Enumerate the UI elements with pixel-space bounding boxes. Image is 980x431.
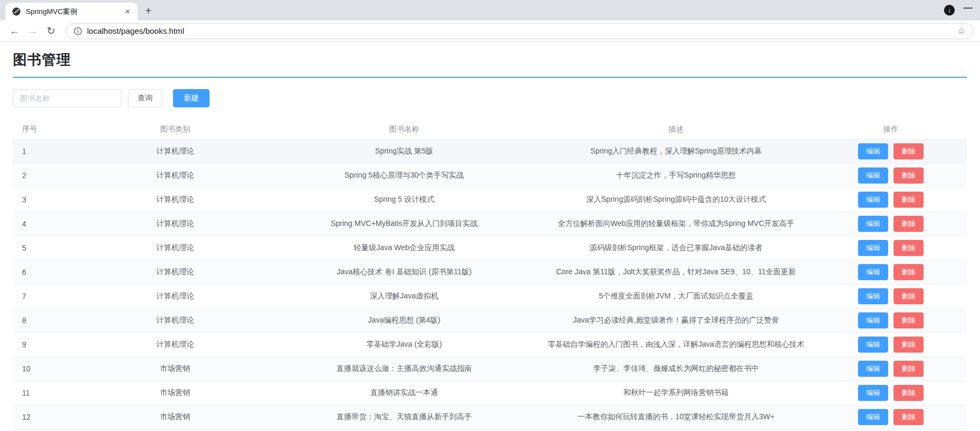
cell-name: 轻量级Java Web企业应用实战: [271, 243, 538, 253]
cell-category: 计算机理论: [80, 316, 270, 325]
cell-actions: 编辑 删除: [815, 409, 967, 425]
site-info-icon[interactable]: [74, 27, 82, 35]
tab-close-icon[interactable]: ×: [123, 6, 132, 17]
cell-actions: 编辑 删除: [815, 143, 967, 159]
table-row: 9 计算机理论 零基础学Java (全彩版) 零基础自学编程的入门图书，由浅入深…: [13, 333, 967, 357]
url-text: localhost/pages/books.html: [87, 26, 953, 35]
query-button[interactable]: 查询: [128, 89, 162, 107]
tab-title: SpringMVC案例: [26, 7, 118, 17]
search-input[interactable]: [13, 89, 121, 107]
cell-name: Spring实战 第5版: [271, 147, 538, 156]
cell-desc: 一本教你如何玩转直播的书，10堂课轻松实现带货月入3W+: [538, 412, 815, 422]
cell-desc: 深入Spring源码剖析Spring源码中蕴含的10大设计模式: [538, 195, 815, 204]
delete-button[interactable]: 删除: [893, 264, 924, 280]
search-controls: 查询 新建: [13, 89, 967, 107]
table-row: 1 计算机理论 Spring实战 第5版 Spring入门经典教程，深入理解Sp…: [13, 140, 967, 164]
title-divider: [13, 77, 967, 78]
header-category: 图书类别: [80, 125, 270, 134]
page-title: 图书管理: [13, 50, 967, 69]
cell-actions: 编辑 删除: [815, 264, 967, 280]
cell-index: 12: [13, 413, 80, 421]
cell-desc: 十年沉淀之作，手写Spring精华思想: [538, 171, 815, 180]
header-actions: 操作: [815, 125, 967, 134]
cell-actions: 编辑 删除: [815, 385, 967, 401]
edit-button[interactable]: 编辑: [858, 361, 888, 377]
cell-desc: 李子柒、李佳琦、薇娅成长为网红的秘密都在书中: [538, 364, 815, 374]
cell-name: 零基础学Java (全彩版): [271, 340, 538, 349]
delete-button[interactable]: 删除: [893, 240, 924, 256]
cell-category: 计算机理论: [80, 219, 270, 229]
delete-button[interactable]: 删除: [893, 409, 924, 425]
browser-toolbar: ← → ↻ localhost/pages/books.html ☆: [0, 20, 980, 42]
books-page: 图书管理 查询 新建 序号 图书类别 图书名称 描述 操作 1 计算机理论 Sp…: [0, 50, 980, 429]
cell-actions: 编辑 删除: [815, 167, 967, 184]
delete-button[interactable]: 删除: [893, 216, 924, 232]
cell-index: 10: [13, 364, 80, 373]
table-header-row: 序号 图书类别 图书名称 描述 操作: [13, 119, 967, 140]
cell-name: 深入理解Java虚拟机: [271, 291, 538, 301]
cell-actions: 编辑 删除: [815, 288, 967, 304]
bookmark-star-icon[interactable]: ☆: [957, 25, 965, 36]
cell-category: 计算机理论: [80, 195, 270, 204]
edit-button[interactable]: 编辑: [858, 385, 888, 401]
cell-actions: 编辑 删除: [815, 312, 967, 328]
delete-button[interactable]: 删除: [893, 337, 924, 353]
minimize-button[interactable]: —: [963, 3, 972, 13]
cell-category: 计算机理论: [80, 243, 270, 253]
cell-actions: 编辑 删除: [815, 216, 967, 232]
edit-button[interactable]: 编辑: [858, 167, 888, 184]
forward-button[interactable]: →: [25, 23, 41, 39]
table-row: 7 计算机理论 深入理解Java虚拟机 5个维度全面剖析JVM，大厂面试知识点全…: [13, 284, 967, 309]
edit-button[interactable]: 编辑: [858, 192, 888, 208]
url-input[interactable]: localhost/pages/books.html ☆: [66, 23, 974, 39]
browser-tab[interactable]: SpringMVC案例 ×: [5, 3, 138, 20]
reload-button[interactable]: ↻: [43, 23, 59, 39]
header-name: 图书名称: [271, 125, 538, 134]
browser-update-icon[interactable]: ↓: [944, 5, 955, 16]
cell-name: 直播带货：淘宝、天猫直播从新手到高手: [271, 412, 538, 422]
table-row: 2 计算机理论 Spring 5核心原理与30个类手写实战 十年沉淀之作，手写S…: [13, 164, 967, 188]
cell-desc: 5个维度全面剖析JVM，大厂面试知识点全覆盖: [538, 291, 815, 301]
table-row: 3 计算机理论 Spring 5 设计模式 深入Spring源码剖析Spring…: [13, 188, 967, 212]
table-row: 8 计算机理论 Java编程思想 (第4版) Java学习必读经典,殿堂级著作！…: [13, 309, 967, 333]
edit-button[interactable]: 编辑: [858, 337, 888, 353]
cell-desc: 全方位解析面向Web应用的轻量级框架，带你成为Spring MVC开发高手: [538, 219, 815, 229]
delete-button[interactable]: 删除: [893, 312, 924, 328]
cell-index: 5: [13, 244, 80, 252]
new-tab-icon[interactable]: +: [145, 5, 152, 16]
cell-desc: Spring入门经典教程，深入理解Spring原理技术内幕: [538, 147, 815, 156]
delete-button[interactable]: 删除: [893, 167, 924, 184]
cell-index: 2: [13, 171, 80, 180]
create-button[interactable]: 新建: [173, 89, 210, 107]
cell-index: 1: [13, 147, 80, 156]
edit-button[interactable]: 编辑: [858, 288, 888, 304]
edit-button[interactable]: 编辑: [858, 409, 888, 425]
edit-button[interactable]: 编辑: [858, 143, 888, 159]
cell-category: 计算机理论: [80, 171, 270, 180]
table-row: 5 计算机理论 轻量级Java Web企业应用实战 源码级剖析Spring框架，…: [13, 236, 967, 260]
edit-button[interactable]: 编辑: [858, 264, 888, 280]
favicon-globe-icon: [12, 7, 21, 16]
cell-category: 计算机理论: [80, 291, 270, 301]
cell-desc: 零基础自学编程的入门图书，由浅入深，详解Java语言的编程思想和核心技术: [538, 340, 815, 349]
back-button[interactable]: ←: [6, 23, 23, 39]
cell-category: 计算机理论: [80, 267, 270, 277]
delete-button[interactable]: 删除: [893, 361, 924, 377]
cell-actions: 编辑 删除: [815, 361, 967, 377]
cell-desc: Core Java 第11版，Jolt大奖获奖作品，针对Java SE9、10、…: [538, 267, 815, 277]
books-table: 序号 图书类别 图书名称 描述 操作 1 计算机理论 Spring实战 第5版 …: [13, 119, 967, 429]
browser-tab-bar: SpringMVC案例 × + ↓ —: [0, 0, 980, 20]
table-row: 6 计算机理论 Java核心技术 卷I 基础知识 (原书第11版) Core J…: [13, 260, 967, 284]
delete-button[interactable]: 删除: [893, 143, 924, 159]
edit-button[interactable]: 编辑: [858, 240, 888, 256]
delete-button[interactable]: 删除: [893, 385, 924, 401]
edit-button[interactable]: 编辑: [858, 216, 888, 232]
edit-button[interactable]: 编辑: [858, 312, 888, 328]
table-body: 1 计算机理论 Spring实战 第5版 Spring入门经典教程，深入理解Sp…: [13, 140, 967, 429]
cell-name: Java编程思想 (第4版): [271, 316, 538, 325]
delete-button[interactable]: 删除: [893, 288, 924, 304]
cell-index: 3: [13, 195, 80, 204]
cell-category: 计算机理论: [80, 147, 270, 156]
cell-category: 市场营销: [80, 388, 270, 398]
delete-button[interactable]: 删除: [893, 192, 924, 208]
